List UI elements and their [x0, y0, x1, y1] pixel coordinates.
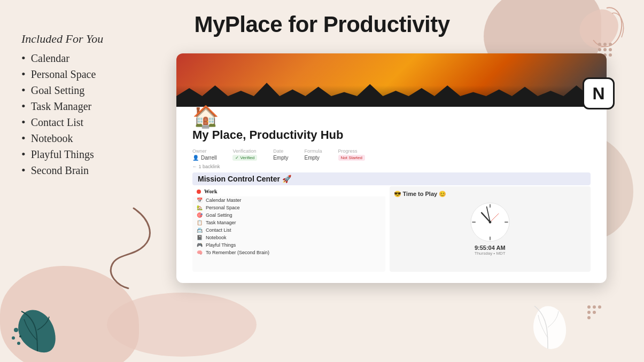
- page-content: My Place, Productivity Hub Owner 👤 Darre…: [176, 117, 607, 280]
- included-label: Included For You: [21, 32, 182, 46]
- db-title: My Place, Productivity Hub: [192, 128, 591, 142]
- svg-point-2: [17, 342, 20, 345]
- mission-section: Mission Control Center 🚀 Work 📅 Calendar…: [192, 172, 591, 272]
- list-item: Notebook: [21, 130, 182, 146]
- leaf-bottom-left-decoration: [11, 309, 64, 357]
- work-dot: [197, 190, 201, 194]
- work-item[interactable]: 📅 Calendar Master: [192, 196, 385, 204]
- list-item: Calendar: [21, 50, 182, 66]
- hero-trees: [176, 80, 607, 107]
- dots-bottom-right: [587, 305, 601, 319]
- svg-point-12: [488, 221, 491, 224]
- analog-clock: [469, 201, 511, 243]
- owner-prop: Owner 👤 Darrell: [192, 148, 216, 161]
- work-header: Work: [192, 186, 385, 196]
- list-item: Second Brain: [21, 162, 182, 178]
- work-column: Work 📅 Calendar Master 🏡 Personal Space …: [192, 186, 385, 272]
- work-item[interactable]: 📇 Contact List: [192, 226, 385, 234]
- items-list: Calendar Personal Space Goal Setting Tas…: [21, 50, 182, 178]
- list-item: Contact List: [21, 114, 182, 130]
- work-item[interactable]: 📓 Notebook: [192, 234, 385, 241]
- svg-point-3: [19, 335, 21, 337]
- leaf-bottom-right-decoration: [526, 303, 569, 351]
- formula-prop: Formula Empty: [304, 148, 322, 161]
- clock-time: 9:55:04 AM: [475, 245, 506, 251]
- list-item: Task Manager: [21, 98, 182, 114]
- svg-point-0: [14, 328, 18, 332]
- clock-timezone: Thursday • MDT: [475, 251, 506, 256]
- progress-prop: Progress Not Started: [338, 148, 365, 161]
- curly-line-decoration: [80, 203, 187, 299]
- backlink: ← 1 backlink: [192, 164, 591, 169]
- verified-badge: ✓ Verified: [232, 155, 257, 161]
- date-prop: Date Empty: [273, 148, 288, 161]
- verification-prop: Verification ✓ Verified: [232, 148, 257, 161]
- not-started-badge: Not Started: [338, 155, 365, 161]
- play-column: 😎 Time to Play 😊: [390, 186, 591, 272]
- work-item[interactable]: 🧠 To Remember (Second Brain): [192, 249, 385, 256]
- clock-container: 9:55:04 AM Thursday • MDT: [394, 201, 587, 256]
- play-title: 😎 Time to Play 😊: [394, 191, 587, 198]
- work-item[interactable]: 🎯 Goal Setting: [192, 211, 385, 219]
- list-item: Goal Setting: [21, 82, 182, 98]
- house-icon: 🏠: [192, 104, 219, 129]
- work-item[interactable]: 🎮 Playful Things: [192, 241, 385, 249]
- mission-title: Mission Control Center 🚀: [192, 172, 591, 185]
- list-item: Playful Things: [21, 146, 182, 162]
- work-item[interactable]: 🏡 Personal Space: [192, 204, 385, 211]
- hero-image: [176, 53, 607, 107]
- properties-row: Owner 👤 Darrell Verification ✓ Verified …: [192, 148, 591, 161]
- screenshot-container: 🏠 My Place, Productivity Hub Owner 👤 Dar…: [176, 53, 607, 283]
- two-col-layout: Work 📅 Calendar Master 🏡 Personal Space …: [192, 186, 591, 272]
- blob-bottom-center: [107, 293, 257, 357]
- notion-badge: N: [583, 77, 615, 109]
- svg-point-1: [12, 336, 15, 340]
- work-item[interactable]: 📋 Task Manager: [192, 219, 385, 226]
- list-item: Personal Space: [21, 66, 182, 82]
- left-panel: Included For You Calendar Personal Space…: [21, 32, 182, 178]
